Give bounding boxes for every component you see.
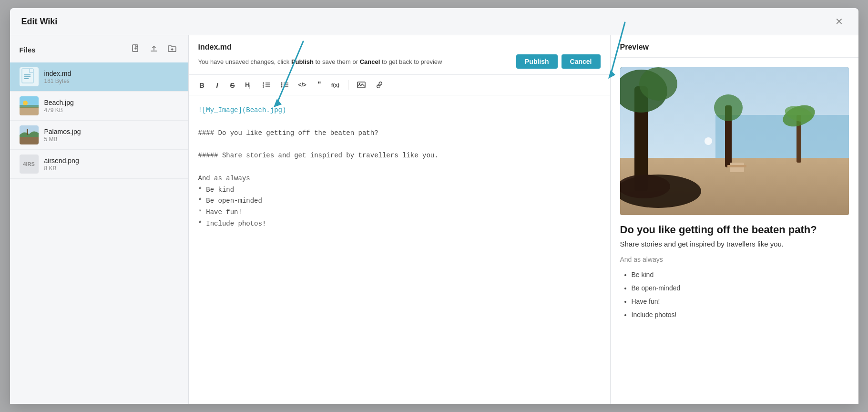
editor-status-row: You have unsaved changes, click Publish …	[198, 54, 601, 69]
file-info-airsend-png: airsend.png 8 KB	[44, 157, 79, 172]
editor-panel: index.md You have unsaved changes, click…	[189, 35, 611, 404]
svg-point-41	[620, 175, 670, 198]
quote-button[interactable]: "	[312, 79, 326, 91]
svg-point-27	[281, 82, 282, 84]
file-list: index.md 181 Bytes	[10, 62, 188, 404]
editor-status-text: You have unsaved changes, click Publish …	[198, 58, 442, 65]
preview-list: Be kind Be open-minded Have fun! Include…	[620, 268, 849, 321]
file-size: 479 KB	[44, 107, 74, 113]
preview-image	[620, 67, 849, 215]
unordered-list-button[interactable]	[276, 79, 293, 91]
ordered-list-icon: 1 2 3	[262, 81, 271, 89]
list-item-3: Have fun!	[632, 295, 849, 308]
file-item-beach-jpg[interactable]: Beach.jpg 479 KB	[10, 92, 188, 121]
file-item-palamos-jpg[interactable]: Palamos.jpg 5 MB	[10, 121, 188, 150]
editor-header: index.md You have unsaved changes, click…	[189, 35, 610, 75]
close-button[interactable]: ✕	[831, 15, 847, 28]
svg-point-28	[281, 84, 282, 86]
status-publish-word: Publish	[291, 58, 314, 65]
svg-rect-14	[20, 137, 39, 144]
new-file-button[interactable]	[129, 43, 143, 57]
new-folder-button[interactable]	[165, 43, 179, 57]
preview-header: Preview	[611, 35, 858, 58]
preview-panel: Preview	[611, 35, 858, 404]
cancel-button[interactable]: Cancel	[562, 54, 601, 69]
svg-point-44	[705, 137, 712, 145]
svg-point-37	[639, 67, 677, 101]
preview-label: And as always	[620, 256, 849, 263]
preview-h1: Do you like getting off the beaten path?	[620, 224, 849, 236]
code-button[interactable]: </>	[295, 80, 310, 90]
func-button[interactable]: f(x)	[327, 80, 343, 90]
content-line-li1: * Be kind	[198, 185, 601, 196]
file-icon-doc	[20, 67, 39, 86]
beach-scene-svg	[620, 67, 849, 215]
status-mid: to save them or	[315, 58, 359, 65]
sidebar: Files	[10, 35, 189, 404]
toolbar-divider	[348, 80, 348, 90]
file-name: Beach.jpg	[44, 99, 74, 106]
modal-body: Files	[10, 35, 858, 404]
heading-button[interactable]: H|	[241, 79, 256, 91]
svg-rect-10	[20, 107, 39, 115]
svg-point-39	[714, 94, 743, 121]
file-item-airsend-png[interactable]: 4IRS airsend.png 8 KB	[10, 150, 188, 179]
sidebar-actions	[129, 43, 179, 57]
heading-icon: H|	[245, 81, 253, 89]
svg-point-29	[281, 86, 282, 88]
image-icon	[357, 81, 366, 89]
new-file-icon	[131, 44, 141, 53]
preview-title: Preview	[620, 43, 649, 51]
italic-button[interactable]: I	[211, 79, 224, 91]
svg-rect-5	[22, 69, 33, 83]
sidebar-title: Files	[20, 46, 36, 54]
upload-icon	[149, 44, 159, 53]
svg-point-11	[23, 101, 28, 105]
svg-rect-15	[27, 129, 28, 135]
status-end: to get back to preview	[382, 58, 442, 65]
status-cancel-word: Cancel	[360, 58, 380, 65]
file-info-palamos-jpg: Palamos.jpg 5 MB	[44, 128, 81, 143]
sidebar-header: Files	[10, 35, 188, 62]
file-icon-palamos	[20, 125, 39, 144]
strikethrough-button[interactable]: S	[226, 79, 239, 91]
link-icon	[375, 81, 384, 89]
editor-content[interactable]: ![My_Image](Beach.jpg) #### Do you like …	[189, 95, 610, 404]
file-info-beach-jpg: Beach.jpg 479 KB	[44, 99, 74, 113]
svg-rect-43	[727, 165, 746, 167]
editor-filename: index.md	[198, 43, 601, 52]
upload-button[interactable]	[147, 43, 161, 57]
edit-wiki-modal: Edit Wiki ✕ Files	[10, 8, 858, 404]
status-buttons: Publish Cancel	[516, 54, 600, 69]
list-item-4: Include photos!	[632, 308, 849, 321]
svg-text:3: 3	[263, 85, 265, 88]
svg-text:|: |	[249, 84, 251, 89]
file-info-index-md: index.md 181 Bytes	[44, 70, 71, 84]
preview-subtitle: Share stories and get inspired by travel…	[620, 240, 849, 248]
content-line-li3: * Have fun!	[198, 207, 601, 218]
svg-rect-12	[20, 105, 39, 108]
beach-thumbnail	[20, 96, 39, 115]
file-name: Palamos.jpg	[44, 128, 81, 135]
file-item-index-md[interactable]: index.md 181 Bytes	[10, 62, 188, 92]
link-button[interactable]	[371, 79, 388, 91]
list-item-2: Be open-minded	[632, 281, 849, 295]
file-size: 8 KB	[44, 165, 79, 172]
content-line-text: And as always	[198, 173, 601, 185]
file-size: 181 Bytes	[44, 78, 71, 84]
editor-toolbar: B I S H| 1 2 3	[189, 75, 610, 95]
unordered-list-icon	[280, 81, 289, 89]
content-line-h4: #### Do you like getting off the beaten …	[198, 128, 601, 139]
content-line-h5: ##### Share stories and get inspired by …	[198, 150, 601, 162]
airs-label: 4IRS	[20, 154, 39, 174]
document-icon	[21, 68, 37, 85]
publish-button[interactable]: Publish	[516, 54, 558, 69]
status-prefix: You have unsaved changes, click	[198, 58, 291, 65]
new-folder-icon	[167, 44, 177, 53]
ordered-list-button[interactable]: 1 2 3	[258, 79, 275, 91]
content-line-li4: * Include photos!	[198, 218, 601, 230]
file-icon-airs: 4IRS	[20, 154, 39, 174]
modal-title: Edit Wiki	[21, 17, 58, 27]
image-button[interactable]	[353, 79, 369, 91]
bold-button[interactable]: B	[195, 79, 209, 91]
